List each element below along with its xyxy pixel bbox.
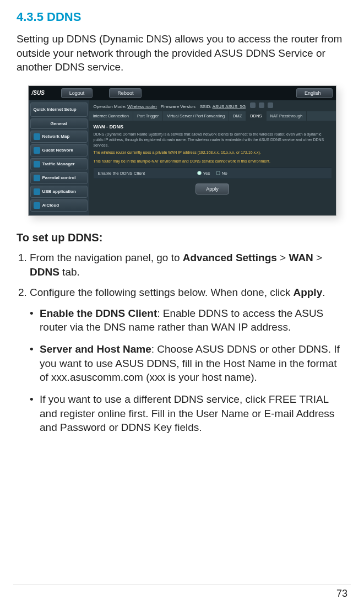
usb-icon	[34, 188, 40, 195]
radio-dot-icon	[197, 171, 202, 175]
setup-bullets: Enable the DDNS Client: Enable DDNS to a…	[17, 306, 347, 435]
radio-dot-icon	[216, 171, 220, 175]
bullet-server-host: Server and Host Name: Choose ASUS DDNS o…	[30, 342, 347, 385]
tab-port-trigger[interactable]: Port Trigger	[133, 111, 163, 121]
step-2-text-a: Configure the following settings below. …	[30, 287, 293, 298]
sidebar-general[interactable]: General	[30, 118, 88, 129]
status-icon	[250, 102, 256, 108]
sidebar-usb-application[interactable]: USB application	[30, 186, 88, 198]
language-select[interactable]: English	[296, 88, 333, 98]
guest-icon	[34, 147, 40, 154]
section-heading: 4.3.5 DDNS	[17, 10, 347, 24]
step-1: From the navigation panel, go to Advance…	[30, 251, 347, 279]
sidebar-item-label: USB application	[42, 189, 76, 194]
step-1-text-a: From the navigation panel, go to	[30, 252, 183, 263]
bullet-1-term: Enable the DDNS Client	[40, 307, 157, 319]
sidebar-item-label: Parental control	[42, 175, 76, 180]
cloud-icon	[34, 202, 40, 209]
section-number: 4.3.5	[17, 10, 44, 24]
apply-button[interactable]: Apply	[195, 183, 229, 195]
step-1-advanced-settings: Advanced Settings	[183, 252, 277, 263]
status-icons	[250, 102, 273, 108]
tab-internet-connection[interactable]: Internet Connection	[89, 111, 133, 121]
bullet-2-term: Server and Host Name	[40, 343, 151, 355]
radio-yes[interactable]: Yes	[197, 171, 210, 176]
sidebar-network-map[interactable]: Network Map	[30, 131, 88, 143]
section-title: DDNS	[47, 10, 81, 24]
enable-ddns-row: Enable the DDNS Client Yes No	[94, 168, 332, 179]
step-1-text-e: >	[313, 252, 322, 263]
page-number: 73	[336, 588, 347, 599]
bullet-free-trial: If you want to use a different DDNS serv…	[30, 392, 347, 435]
step-1-ddns: DDNS	[30, 266, 59, 278]
step-2: Configure the following settings below. …	[30, 285, 347, 300]
step-2-apply: Apply	[293, 287, 322, 298]
radio-yes-label: Yes	[203, 171, 210, 176]
step-1-text-c: >	[277, 252, 289, 263]
footer-rule	[13, 585, 351, 585]
tab-nat-passthrough[interactable]: NAT Passthrough	[267, 111, 307, 121]
sidebar-qis[interactable]: Quick Internet Setup	[30, 102, 88, 117]
sidebar-item-label: Traffic Manager	[42, 161, 75, 166]
panel-heading: WAN - DDNS	[94, 124, 332, 129]
bullet-3-text: If you want to use a different DDNS serv…	[40, 393, 334, 433]
sidebar-traffic-manager[interactable]: Traffic Manager	[30, 158, 88, 170]
setup-steps: From the navigation panel, go to Advance…	[17, 251, 347, 300]
screenshot-sidebar: Quick Internet Setup General Network Map…	[29, 100, 89, 215]
reboot-button[interactable]: Reboot	[109, 88, 142, 98]
status-icon	[268, 102, 273, 108]
tab-virtual-server[interactable]: Virtual Server / Port Forwarding	[163, 111, 229, 121]
wan-tabs: Internet Connection Port Trigger Virtual…	[89, 111, 336, 121]
screenshot-topbar: /SUS Logout Reboot English	[29, 86, 336, 100]
ddns-panel: WAN - DDNS DDNS (Dynamic Domain Name Sys…	[89, 121, 336, 206]
sidebar-guest-network[interactable]: Guest Network	[30, 144, 88, 156]
apply-row: Apply	[94, 179, 332, 202]
radio-no-label: No	[222, 171, 227, 176]
enable-ddns-label: Enable the DDNS Client	[98, 171, 197, 176]
op-mode-label: Operation Mode:	[94, 104, 127, 109]
sidebar-aicloud[interactable]: AiCloud	[30, 199, 88, 212]
tab-dmz[interactable]: DMZ	[229, 111, 246, 121]
panel-warning1: The wireless router currently uses a pri…	[94, 150, 332, 155]
bullet-enable-ddns: Enable the DDNS Client: Enable DDNS to a…	[30, 306, 347, 334]
setup-heading: To set up DDNS:	[17, 231, 347, 244]
sidebar-item-label: Guest Network	[42, 148, 73, 153]
network-icon	[34, 133, 40, 140]
panel-desc: DDNS (Dynamic Domain Name System) is a s…	[94, 132, 332, 148]
radio-no[interactable]: No	[216, 171, 227, 176]
ssid-value: ASUS ASUS_5G	[213, 104, 246, 109]
ssid-label: SSID:	[200, 104, 211, 109]
step-2-text-c: .	[322, 287, 325, 298]
traffic-icon	[34, 161, 40, 168]
step-1-wan: WAN	[289, 252, 313, 263]
logout-button[interactable]: Logout	[61, 88, 93, 98]
intro-paragraph: Setting up DDNS (Dynamic DNS) allows you…	[17, 32, 347, 74]
lock-icon	[34, 175, 40, 181]
sidebar-item-label: AiCloud	[42, 203, 59, 208]
asus-logo: /SUS	[32, 90, 45, 96]
sidebar-parental-control[interactable]: Parental control	[30, 172, 88, 184]
status-icon	[259, 102, 264, 108]
screenshot-main: Operation Mode: Wireless router Firmware…	[89, 100, 336, 215]
router-screenshot: /SUS Logout Reboot English Quick Interne…	[28, 85, 336, 216]
status-line: Operation Mode: Wireless router Firmware…	[89, 100, 336, 111]
tab-ddns[interactable]: DDNS	[246, 111, 266, 121]
step-1-text-g: tab.	[59, 266, 80, 278]
sidebar-item-label: Network Map	[42, 134, 70, 139]
panel-warning2: This router may be in the multiple-NAT e…	[94, 159, 332, 164]
op-mode-value[interactable]: Wireless router	[127, 104, 157, 109]
fw-label: Firmware Version:	[161, 104, 196, 109]
